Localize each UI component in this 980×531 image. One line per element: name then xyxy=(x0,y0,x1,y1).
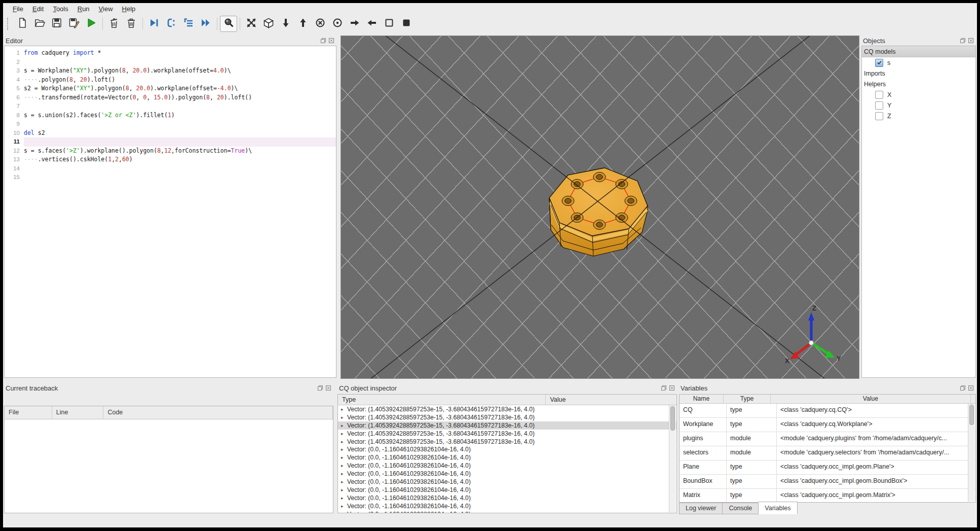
inspector-row[interactable]: ▸Vector: (0.0, -1.1604610293826104e-16, … xyxy=(338,502,676,510)
code-line-13[interactable]: 13····.vertices().cskHole(1,2,60) xyxy=(5,155,336,164)
expander-icon[interactable]: ▸ xyxy=(341,463,347,468)
right-view-button[interactable] xyxy=(363,16,381,32)
expander-icon[interactable]: ▸ xyxy=(341,504,347,509)
inspector-scrollbar[interactable] xyxy=(669,405,676,512)
expander-icon[interactable]: ▸ xyxy=(341,512,347,513)
inspector-row[interactable]: ▸Vector: (1.4053924288597253e-15, -3.680… xyxy=(338,421,676,430)
variables-col-type[interactable]: Type xyxy=(724,395,771,403)
save-as-button[interactable] xyxy=(65,16,83,32)
step-into-button[interactable] xyxy=(163,16,180,32)
fit-view-button[interactable] xyxy=(243,16,260,32)
code-line-6[interactable]: 6····.transformed(rotate=Vector(0, 0, 15… xyxy=(5,93,336,102)
top-view-button[interactable] xyxy=(277,16,294,32)
inspector-row[interactable]: ▸Vector: (1.4053924288597253e-15, -3.680… xyxy=(338,405,676,413)
inspector-row[interactable]: ▸Vector: (1.4053924288597253e-15, -3.680… xyxy=(338,430,676,438)
front-view-button[interactable] xyxy=(312,16,329,32)
float-icon[interactable] xyxy=(320,38,326,44)
variables-col-name[interactable]: Name xyxy=(680,395,724,403)
inspector-row[interactable]: ▸Vector: (0.0, -1.1604610293826104e-16, … xyxy=(338,494,676,502)
code-line-10[interactable]: 10del s2 xyxy=(5,129,336,138)
code-line-4[interactable]: 4····.polygon(8, 20).loft() xyxy=(5,76,336,85)
close-icon[interactable] xyxy=(968,38,974,44)
menu-help[interactable]: Help xyxy=(118,4,140,14)
code-editor[interactable]: 1from cadquery import *23s = Workplane("… xyxy=(5,46,336,377)
3d-viewport[interactable]: Z X Y xyxy=(341,36,859,379)
run-button[interactable] xyxy=(83,16,100,32)
expander-icon[interactable]: ▸ xyxy=(341,479,347,484)
expander-icon[interactable]: ▸ xyxy=(341,423,347,428)
variables-scrollbar[interactable] xyxy=(968,404,975,502)
code-line-7[interactable]: 7 xyxy=(5,102,336,111)
close-icon[interactable] xyxy=(968,385,974,391)
code-line-5[interactable]: 5s2 = Workplane("XY").polygon(8, 20.0).w… xyxy=(5,84,336,93)
inspector-row[interactable]: ▸Vector: (0.0, -1.1604610293826104e-16, … xyxy=(338,462,676,470)
traceback-col-code[interactable]: Code xyxy=(103,406,333,419)
iso-view-button[interactable] xyxy=(260,16,277,32)
traceback-col-line[interactable]: Line xyxy=(52,406,104,419)
expander-icon[interactable]: ▸ xyxy=(341,447,347,452)
inspector-row[interactable]: ▸Vector: (1.4053924288597253e-15, -3.680… xyxy=(338,438,676,446)
close-icon[interactable] xyxy=(325,385,331,391)
traceback-col-file[interactable]: File xyxy=(5,406,52,419)
tab-log-viewer[interactable]: Log viewer xyxy=(679,503,723,514)
variable-row-BoundBox[interactable]: BoundBoxtype<class 'cadquery.occ_impl.ge… xyxy=(680,475,975,489)
inspector-row[interactable]: ▸Vector: (0.0, -1.1604610293826104e-16, … xyxy=(338,445,676,453)
float-icon[interactable] xyxy=(960,38,966,44)
wireframe-button[interactable] xyxy=(381,16,398,32)
variable-row-selectors[interactable]: selectorsmodule<module 'cadquery.selecto… xyxy=(680,446,975,461)
inspector-row[interactable]: ▸Vector: (0.0, -1.1604610293826104e-16, … xyxy=(338,478,676,486)
debug-button[interactable] xyxy=(145,16,163,32)
tab-console[interactable]: Console xyxy=(723,503,759,514)
variable-row-plugins[interactable]: pluginsmodule<module 'cadquery.plugins' … xyxy=(680,432,975,446)
tree-item-s[interactable]: s xyxy=(862,57,975,68)
tab-variables[interactable]: Variables xyxy=(759,502,797,514)
expander-icon[interactable]: ▸ xyxy=(341,431,347,436)
toolbar-gripper[interactable] xyxy=(7,18,11,30)
code-line-8[interactable]: 8s = s.union(s2).faces('>Z or <Z').fille… xyxy=(5,111,336,120)
expander-icon[interactable]: ▸ xyxy=(341,439,347,444)
code-line-15[interactable]: 15 xyxy=(5,173,336,182)
inspector-row[interactable]: ▸Vector: (1.4053924288597253e-15, -3.680… xyxy=(338,413,676,421)
open-button[interactable] xyxy=(31,16,48,32)
code-line-3[interactable]: 3s = Workplane("XY").polygon(8, 20.0).wo… xyxy=(5,66,336,76)
checkbox-x[interactable] xyxy=(875,91,883,99)
delete-button[interactable] xyxy=(123,16,140,32)
variables-scroll-thumb[interactable] xyxy=(969,405,974,425)
inspector-col-value[interactable]: Value xyxy=(546,395,676,405)
left-view-button[interactable] xyxy=(346,16,363,32)
expander-icon[interactable]: ▸ xyxy=(341,455,347,460)
continue-button[interactable] xyxy=(197,16,214,32)
expander-icon[interactable]: ▸ xyxy=(341,495,347,501)
tree-item-y[interactable]: Y xyxy=(862,100,975,111)
inspector-col-type[interactable]: Type xyxy=(338,395,546,405)
bottom-view-button[interactable] xyxy=(294,16,312,32)
inspector-row[interactable]: ▸Vector: (0.0, -1.1604610293826104e-16, … xyxy=(338,486,676,494)
checkbox-z[interactable] xyxy=(875,112,883,120)
close-icon[interactable] xyxy=(669,385,675,391)
variable-row-Matrix[interactable]: Matrixtype<class 'cadquery.occ_impl.geom… xyxy=(680,489,975,503)
tree-group-helpers[interactable]: Helpers xyxy=(862,79,975,89)
inspector-scroll-thumb[interactable] xyxy=(670,406,675,431)
variable-row-Workplane[interactable]: Workplanetype<class 'cadquery.cq.Workpla… xyxy=(680,418,975,432)
inspector-row[interactable]: ▸Vector: (0.0, -1.1604610293826104e-16, … xyxy=(338,510,676,513)
tree-group-cq-models[interactable]: CQ models xyxy=(862,46,975,57)
menu-edit[interactable]: Edit xyxy=(28,4,48,14)
float-icon[interactable] xyxy=(661,385,667,391)
menu-view[interactable]: View xyxy=(94,4,118,14)
close-icon[interactable] xyxy=(328,38,334,44)
variable-row-Plane[interactable]: Planetype<class 'cadquery.occ_impl.geom.… xyxy=(680,461,975,475)
step-over-button[interactable] xyxy=(180,16,197,32)
clean-button[interactable] xyxy=(105,16,123,32)
code-line-12[interactable]: 12s = s.faces('>Z').workplane().polygon(… xyxy=(5,147,336,156)
variable-row-CQ[interactable]: CQtype<class 'cadquery.cq.CQ'> xyxy=(680,404,975,418)
tree-item-z[interactable]: Z xyxy=(862,111,975,121)
code-line-2[interactable]: 2 xyxy=(5,58,336,67)
inspector-row[interactable]: ▸Vector: (0.0, -1.1604610293826104e-16, … xyxy=(338,470,676,478)
code-line-14[interactable]: 14 xyxy=(5,164,336,173)
back-view-button[interactable] xyxy=(329,16,346,32)
expander-icon[interactable]: ▸ xyxy=(341,487,347,492)
checkbox-y[interactable] xyxy=(875,101,883,110)
shaded-button[interactable] xyxy=(398,16,415,32)
inspect-toggle-button[interactable] xyxy=(220,16,237,32)
checkbox-s[interactable] xyxy=(875,59,883,67)
